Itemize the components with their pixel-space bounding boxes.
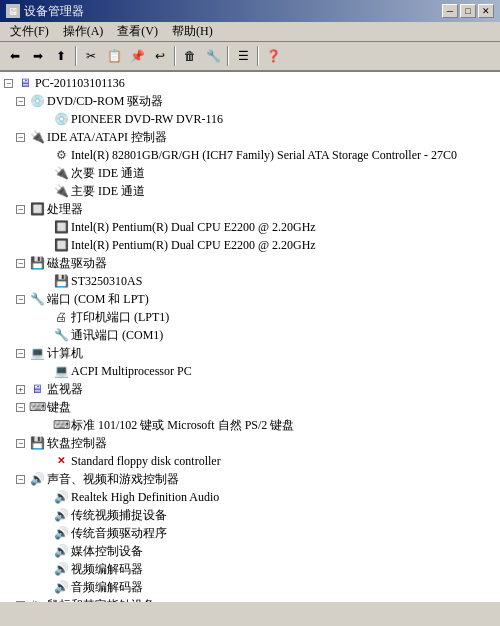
tree-realtek-audio[interactable]: 🔊 Realtek High Definition Audio	[2, 488, 498, 506]
root-icon: 🖥	[17, 75, 33, 91]
toolbar-delete[interactable]: 🗑	[179, 45, 201, 67]
tree-legacy-video[interactable]: 🔊 传统视频捕捉设备	[2, 506, 498, 524]
tree-monitor-group[interactable]: + 🖥 监视器	[2, 380, 498, 398]
toolbar-help[interactable]: ❓	[262, 45, 284, 67]
toolbar-undo[interactable]: ↩	[149, 45, 171, 67]
audio-group-label: 声音、视频和游戏控制器	[47, 470, 179, 488]
port-group-icon: 🔧	[29, 291, 45, 307]
no-expand-8	[40, 313, 49, 322]
acpi-icon: 💻	[53, 363, 69, 379]
media-ctrl-icon: 🔊	[53, 543, 69, 559]
expand-audio[interactable]: −	[16, 475, 25, 484]
toolbar-up[interactable]: ⬆	[50, 45, 72, 67]
tree-ide-secondary[interactable]: 🔌 次要 IDE 通道	[2, 164, 498, 182]
tree-com1[interactable]: 🔧 通讯端口 (COM1)	[2, 326, 498, 344]
tree-disk-group[interactable]: − 💾 磁盘驱动器	[2, 254, 498, 272]
tree-ide-group[interactable]: − 🔌 IDE ATA/ATAPI 控制器	[2, 128, 498, 146]
tree-cpu-2[interactable]: 🔲 Intel(R) Pentium(R) Dual CPU E2200 @ 2…	[2, 236, 498, 254]
toolbar-forward[interactable]: ➡	[27, 45, 49, 67]
tree-ide-intel[interactable]: ⚙ Intel(R) 82801GB/GR/GH (ICH7 Family) S…	[2, 146, 498, 164]
tree-floppy-group[interactable]: − 💾 软盘控制器	[2, 434, 498, 452]
minimize-button[interactable]: ─	[442, 4, 458, 18]
tree-acpi[interactable]: 💻 ACPI Multiprocessor PC	[2, 362, 498, 380]
tree-lpt1[interactable]: 🖨 打印机端口 (LPT1)	[2, 308, 498, 326]
expand-cpu[interactable]: −	[16, 205, 25, 214]
port-group-label: 端口 (COM 和 LPT)	[47, 290, 149, 308]
tree-root[interactable]: − 🖥 PC-201103101136	[2, 74, 498, 92]
tree-cpu-group[interactable]: − 🔲 处理器	[2, 200, 498, 218]
expand-ide[interactable]: −	[16, 133, 25, 142]
expand-port[interactable]: −	[16, 295, 25, 304]
menu-action[interactable]: 操作(A)	[57, 22, 110, 41]
toolbar-paste[interactable]: 📌	[126, 45, 148, 67]
tree-port-group[interactable]: − 🔧 端口 (COM 和 LPT)	[2, 290, 498, 308]
ide-primary-label: 主要 IDE 通道	[71, 182, 145, 200]
no-expand-4	[40, 187, 49, 196]
tree-media-ctrl[interactable]: 🔊 媒体控制设备	[2, 542, 498, 560]
expand-mouse[interactable]: −	[16, 601, 25, 603]
monitor-group-icon: 🖥	[29, 381, 45, 397]
tree-dvd-drive[interactable]: 💿 PIONEER DVD-RW DVR-116	[2, 110, 498, 128]
tree-audio-codec[interactable]: 🔊 音频编解码器	[2, 578, 498, 596]
title-bar: 🖥 设备管理器 ─ □ ✕	[0, 0, 500, 22]
computer-group-icon: 💻	[29, 345, 45, 361]
no-expand-12	[40, 457, 49, 466]
expand-dvd[interactable]: −	[16, 97, 25, 106]
maximize-button[interactable]: □	[460, 4, 476, 18]
cpu-group-label: 处理器	[47, 200, 83, 218]
dvd-group-icon: 💿	[29, 93, 45, 109]
title-text: 设备管理器	[24, 3, 84, 20]
floppy-std-label: Standard floppy disk controller	[71, 452, 221, 470]
tree-keyboard-group[interactable]: − ⌨ 键盘	[2, 398, 498, 416]
ide-primary-icon: 🔌	[53, 183, 69, 199]
tree-floppy-std[interactable]: ✕ Standard floppy disk controller	[2, 452, 498, 470]
tree-keyboard-std[interactable]: ⌨ 标准 101/102 键或 Microsoft 自然 PS/2 键盘	[2, 416, 498, 434]
tree-dvd-group[interactable]: − 💿 DVD/CD-ROM 驱动器	[2, 92, 498, 110]
expand-root[interactable]: −	[4, 79, 13, 88]
audio-codec-label: 音频编解码器	[71, 578, 143, 596]
acpi-label: ACPI Multiprocessor PC	[71, 362, 192, 380]
no-expand-15	[40, 529, 49, 538]
menu-view[interactable]: 查看(V)	[111, 22, 164, 41]
cpu-1-icon: 🔲	[53, 219, 69, 235]
cpu-1-label: Intel(R) Pentium(R) Dual CPU E2200 @ 2.2…	[71, 218, 316, 236]
ide-secondary-label: 次要 IDE 通道	[71, 164, 145, 182]
expand-floppy[interactable]: −	[16, 439, 25, 448]
no-expand-18	[40, 583, 49, 592]
tree-disk-st[interactable]: 💾 ST3250310AS	[2, 272, 498, 290]
disk-group-icon: 💾	[29, 255, 45, 271]
video-codec-icon: 🔊	[53, 561, 69, 577]
audio-codec-icon: 🔊	[53, 579, 69, 595]
tree-legacy-audio[interactable]: 🔊 传统音频驱动程序	[2, 524, 498, 542]
toolbar-back[interactable]: ⬅	[4, 45, 26, 67]
expand-keyboard[interactable]: −	[16, 403, 25, 412]
cpu-2-label: Intel(R) Pentium(R) Dual CPU E2200 @ 2.2…	[71, 236, 316, 254]
toolbar-properties[interactable]: 🔧	[202, 45, 224, 67]
tree-mouse-group[interactable]: − 🖱 鼠标和其它指针设备	[2, 596, 498, 602]
root-label: PC-201103101136	[35, 74, 125, 92]
tree-audio-group[interactable]: − 🔊 声音、视频和游戏控制器	[2, 470, 498, 488]
legacy-video-icon: 🔊	[53, 507, 69, 523]
expand-computer[interactable]: −	[16, 349, 25, 358]
disk-group-label: 磁盘驱动器	[47, 254, 107, 272]
expand-disk[interactable]: −	[16, 259, 25, 268]
tree-ide-primary[interactable]: 🔌 主要 IDE 通道	[2, 182, 498, 200]
no-expand-6	[40, 241, 49, 250]
floppy-error-icon: ✕	[53, 453, 69, 469]
tree-cpu-1[interactable]: 🔲 Intel(R) Pentium(R) Dual CPU E2200 @ 2…	[2, 218, 498, 236]
menu-help[interactable]: 帮助(H)	[166, 22, 219, 41]
main-content: − 🖥 PC-201103101136 − 💿 DVD/CD-ROM 驱动器 💿…	[0, 72, 500, 602]
tree-computer-group[interactable]: − 💻 计算机	[2, 344, 498, 362]
keyboard-group-label: 键盘	[47, 398, 71, 416]
menu-file[interactable]: 文件(F)	[4, 22, 55, 41]
toolbar-sep-1	[75, 46, 77, 66]
toolbar-copy[interactable]: 📋	[103, 45, 125, 67]
tree-video-codec[interactable]: 🔊 视频编解码器	[2, 560, 498, 578]
media-ctrl-label: 媒体控制设备	[71, 542, 143, 560]
toolbar-views[interactable]: ☰	[232, 45, 254, 67]
expand-monitor[interactable]: +	[16, 385, 25, 394]
device-tree: − 🖥 PC-201103101136 − 💿 DVD/CD-ROM 驱动器 💿…	[2, 74, 498, 602]
toolbar-cut[interactable]: ✂	[80, 45, 102, 67]
keyboard-std-icon: ⌨	[53, 417, 69, 433]
close-button[interactable]: ✕	[478, 4, 494, 18]
